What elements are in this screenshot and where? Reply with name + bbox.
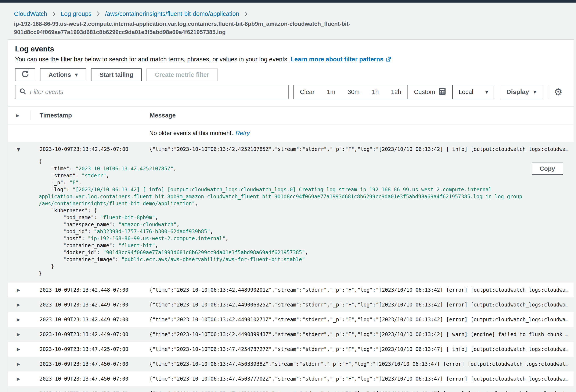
json-line: "namespace_name": "amazon-cloudwatch", xyxy=(39,221,547,228)
event-timestamp: 2023-10-09T23:13:47.450-07:00 xyxy=(30,361,141,367)
log-row[interactable]: ▶2023-10-09T23:13:42.449-07:00{"time":"2… xyxy=(8,297,574,312)
breadcrumb: CloudWatch Log groups /aws/containerinsi… xyxy=(0,3,576,39)
json-line: "container_name": "fluent-bit", xyxy=(39,242,547,249)
timezone-select[interactable]: Local ▼ xyxy=(452,85,494,99)
log-row[interactable]: ▶2023-10-09T23:13:47.450-07:00{"time":"2… xyxy=(8,357,574,371)
json-line: "stream": "stderr", xyxy=(39,172,547,179)
filter-events-field[interactable] xyxy=(15,85,289,99)
expand-event-icon[interactable]: ▶ xyxy=(8,362,30,366)
event-json: { "time": "2023-10-10T06:13:42.425210785… xyxy=(39,158,547,277)
settings-gear-icon[interactable]: ⚙ xyxy=(554,87,562,97)
breadcrumb-chevron-icon xyxy=(52,11,56,17)
filter-bar: Clear 1m 30m 1h 12h Custom Local ▼ Displ… xyxy=(15,85,568,99)
event-message: {"time":"2023-10-10T06:13:42.425210785Z"… xyxy=(141,146,574,152)
console-top-bar xyxy=(0,0,576,3)
log-events-table: ▶ Timestamp Message No older events at t… xyxy=(8,106,574,392)
log-rows-container: ▼2023-10-09T23:13:42.425-07:00{"time":"2… xyxy=(8,142,574,392)
refresh-button[interactable] xyxy=(15,68,35,81)
caret-down-icon: ▼ xyxy=(485,89,488,94)
log-row[interactable]: ▶2023-10-09T23:13:47.425-07:00{"time":"2… xyxy=(8,342,574,357)
expand-event-icon[interactable]: ▶ xyxy=(8,347,30,352)
expand-event-icon[interactable]: ▶ xyxy=(8,287,30,293)
timezone-selected-value: Local xyxy=(459,88,473,95)
event-message: {"time":"2023-10-10T06:13:42.449089943Z"… xyxy=(141,332,574,337)
log-row[interactable]: ▼2023-10-09T23:13:42.425-07:00{"time":"2… xyxy=(8,142,574,157)
json-line: } xyxy=(39,263,547,270)
custom-range-label: Custom xyxy=(414,88,435,95)
horizontal-scrollbar[interactable] xyxy=(0,2,576,3)
range-12h-button[interactable]: 12h xyxy=(385,88,407,95)
actions-button-label: Actions xyxy=(49,71,71,78)
create-metric-filter-label: Create metric filter xyxy=(155,71,209,78)
page-description: You can use the filter bar below to sear… xyxy=(15,56,289,63)
event-timestamp: 2023-10-09T23:13:42.449-07:00 xyxy=(30,317,141,323)
log-stream-name: ip-192-168-86-99.us-west-2.compute.inter… xyxy=(14,20,391,36)
log-row[interactable]: ▶2023-10-09T23:13:47.450-07:00{"time":"2… xyxy=(8,386,574,392)
start-tailing-label: Start tailing xyxy=(100,71,133,78)
refresh-icon xyxy=(21,69,29,80)
collapse-event-icon[interactable]: ▼ xyxy=(8,147,30,152)
calendar-icon xyxy=(438,87,446,97)
expand-event-icon[interactable]: ▶ xyxy=(8,376,30,381)
start-tailing-button[interactable]: Start tailing xyxy=(91,68,142,81)
toolbar: Actions ▼ Start tailing Create metric fi… xyxy=(15,68,568,81)
json-line: "kubernetes": { xyxy=(39,207,547,214)
expand-event-icon[interactable]: ▶ xyxy=(8,302,30,307)
breadcrumb-item-log-group[interactable]: /aws/containerinsights/fluent-bit-demo/a… xyxy=(105,10,239,17)
json-line: "container_image": "public.ecr.aws/aws-o… xyxy=(39,256,547,263)
event-message: {"time":"2023-10-10T06:13:47.45033938Z",… xyxy=(141,361,574,367)
range-1m-button[interactable]: 1m xyxy=(321,88,341,95)
json-line: "pod_id": "ab32398d-1757-4176-b300-62dad… xyxy=(39,228,547,235)
log-row[interactable]: ▶2023-10-09T23:13:42.449-07:00{"time":"2… xyxy=(8,327,574,342)
log-row[interactable]: ▶2023-10-09T23:13:42.448-07:00{"time":"2… xyxy=(8,282,574,297)
no-older-events-row: No older events at this moment. Retry xyxy=(8,124,574,142)
retry-link[interactable]: Retry xyxy=(235,130,250,137)
event-timestamp: 2023-10-09T23:13:42.449-07:00 xyxy=(30,332,141,337)
caret-down-icon: ▼ xyxy=(75,72,78,77)
event-message: {"time":"2023-10-10T06:13:42.449006325Z"… xyxy=(141,302,574,308)
breadcrumb-item-log-groups[interactable]: Log groups xyxy=(61,10,91,17)
breadcrumb-chevron-icon xyxy=(97,11,100,17)
copy-button[interactable]: Copy xyxy=(532,163,563,175)
event-message: {"time":"2023-10-10T06:13:42.448990201Z"… xyxy=(141,287,574,293)
json-line: "host": "ip-192-168-86-99.us-west-2.comp… xyxy=(39,235,547,242)
event-timestamp: 2023-10-09T23:13:42.425-07:00 xyxy=(30,146,141,152)
breadcrumb-chevron-icon xyxy=(244,11,248,17)
range-1h-button[interactable]: 1h xyxy=(366,88,385,95)
event-timestamp: 2023-10-09T23:13:42.448-07:00 xyxy=(30,287,141,293)
json-line: "_p": "F", xyxy=(39,179,547,186)
json-line: "log": "[2023/10/10 06:13:42] [ info] [o… xyxy=(39,186,547,207)
actions-button[interactable]: Actions ▼ xyxy=(40,68,86,81)
event-message: {"time":"2023-10-10T06:13:42.449010271Z"… xyxy=(141,317,574,323)
event-message: {"time":"2023-10-10T06:13:47.450377702Z"… xyxy=(141,376,574,382)
event-timestamp: 2023-10-09T23:13:47.450-07:00 xyxy=(30,391,141,392)
log-row[interactable]: ▶2023-10-09T23:13:42.449-07:00{"time":"2… xyxy=(8,312,574,327)
display-button-label: Display xyxy=(507,88,529,95)
search-icon xyxy=(19,88,27,96)
event-message: {"time":"2023-10-10T06:13:47.425478727Z"… xyxy=(141,346,574,352)
custom-range-button[interactable]: Custom xyxy=(408,87,452,97)
expand-event-icon[interactable]: ▶ xyxy=(8,332,30,337)
learn-more-link[interactable]: Learn more about filter patterns xyxy=(290,56,383,63)
breadcrumb-item-cloudwatch[interactable]: CloudWatch xyxy=(14,10,47,17)
range-30m-button[interactable]: 30m xyxy=(342,88,366,95)
filter-events-input[interactable] xyxy=(29,88,284,96)
toolbar-divider xyxy=(549,85,549,98)
log-row[interactable]: ▶2023-10-09T23:13:47.450-07:00{"time":"2… xyxy=(8,371,574,386)
caret-down-icon: ▼ xyxy=(533,89,536,94)
expand-event-icon[interactable]: ▶ xyxy=(8,391,30,392)
clear-range-button[interactable]: Clear xyxy=(294,88,321,95)
json-line: { xyxy=(39,158,547,165)
expand-event-icon[interactable]: ▶ xyxy=(8,317,30,322)
event-timestamp: 2023-10-09T23:13:47.425-07:00 xyxy=(30,346,141,352)
event-timestamp: 2023-10-09T23:13:47.450-07:00 xyxy=(30,376,141,382)
external-link-icon xyxy=(386,56,391,63)
expand-all-icon[interactable]: ▶ xyxy=(16,113,19,118)
column-header-timestamp: Timestamp xyxy=(30,111,141,120)
event-timestamp: 2023-10-09T23:13:42.449-07:00 xyxy=(30,302,141,308)
json-line: "pod_name": "fluent-bit-8pb9m", xyxy=(39,214,547,221)
no-older-events-text: No older events at this moment. xyxy=(149,130,233,137)
display-button[interactable]: Display ▼ xyxy=(500,85,543,99)
expanded-event-detail: Copy { "time": "2023-10-10T06:13:42.4252… xyxy=(8,157,574,282)
json-line: "time": "2023-10-10T06:13:42.425210785Z"… xyxy=(39,165,547,172)
